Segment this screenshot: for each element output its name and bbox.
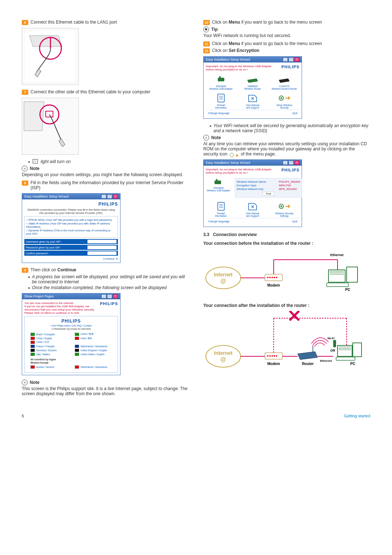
password-row: Password given by your ISP :	[24, 245, 118, 250]
svg-point-19	[281, 206, 282, 207]
support-page-embed: PHILIPS • Get Philips news • Use FAQ • C…	[24, 316, 118, 373]
svg-point-28	[274, 277, 275, 278]
wizard-titlebar: Easy Installation Setup Wizard _ □ ×	[204, 57, 302, 62]
country-link[interactable]: Germany / Deutsch	[30, 349, 68, 352]
minimize-button[interactable]: _	[283, 161, 288, 165]
menu-cell[interactable]: User Manual and Support	[237, 92, 268, 110]
wizard-menu: Easy Installation Setup Wizard _ □ × Imp…	[203, 56, 302, 119]
philips-logo: PHILIPS	[100, 301, 118, 306]
svg-rect-40	[327, 283, 348, 287]
confirm-password-row: Confirm password :	[24, 251, 118, 256]
change-language-link[interactable]: Change language	[208, 112, 229, 115]
menu-cell[interactable]: Wireless Security Settings	[269, 200, 299, 218]
wizard-menu-grid-bottom: Firewall InformationUser Manual and Supp…	[206, 200, 299, 218]
step9-bullet-1: A progress bar screen will be displayed,…	[28, 274, 189, 284]
country-link[interactable]: Netherlands / Nederlands	[75, 365, 112, 369]
svg-rect-12	[215, 181, 221, 184]
menu-cell[interactable]: CGA5722 Wireless Modem Router	[269, 73, 299, 91]
remember-checkbox[interactable]: ☑ Remember my choice for next time	[27, 328, 115, 331]
country-link[interactable]: China / English	[30, 337, 68, 340]
option-pppoe[interactable]: ○ PPPoE ADSL (Your ISP has provided you …	[26, 218, 116, 222]
menu-cell[interactable]: User Manual and Support	[237, 200, 268, 218]
svg-text:Wi-Fi: Wi-Fi	[327, 337, 334, 340]
menu-cell[interactable]: Firewall Information	[206, 200, 236, 218]
menu-cell[interactable]: Firewall Information	[206, 92, 236, 110]
password-input[interactable]	[87, 246, 117, 249]
svg-text:OR: OR	[330, 349, 335, 352]
country-link[interactable]: China / 中文	[30, 341, 68, 344]
country-link[interactable]: Italy / Italiano	[30, 353, 68, 356]
quit-link[interactable]: Quit	[292, 220, 297, 223]
svg-text:Ethernet: Ethernet	[320, 359, 332, 362]
country-link[interactable]: China / 简体	[75, 333, 112, 336]
note-icon	[22, 380, 28, 385]
maximize-button[interactable]: □	[107, 194, 112, 199]
tip-label: Tip	[211, 27, 218, 32]
option-static-ip[interactable]: ○ Static IP Address (Your ISP has provid…	[26, 222, 116, 228]
close-button[interactable]: ×	[294, 57, 299, 62]
minimize-button[interactable]: _	[101, 294, 106, 299]
note-icon	[203, 135, 209, 141]
philips-logo: PHILIPS	[27, 319, 115, 324]
support-tabs[interactable]: • Get Philips news • Use FAQ • Contact	[27, 324, 115, 327]
svg-text:Router: Router	[302, 362, 314, 366]
country-grid: Brazil / PortuguêsChina / 简体China / Engl…	[27, 331, 115, 357]
svg-point-26	[269, 277, 271, 278]
svg-rect-70	[353, 343, 362, 357]
username-row: Username given by your ISP :	[24, 239, 118, 244]
support-warning: You are now connected to the Internet. I…	[24, 301, 98, 315]
right-column: 10 Click on Menu if you want to go back …	[203, 18, 370, 399]
quit-link[interactable]: Quit	[292, 112, 297, 115]
bullet-dot	[210, 125, 211, 127]
country-link[interactable]: Austria / Deutsch	[30, 365, 68, 369]
menu-cell[interactable]: SNU5600 Wireless USB Adapter	[206, 73, 236, 91]
note-label: Note	[30, 166, 40, 171]
print-button[interactable]: Print	[262, 192, 274, 196]
svg-text:PC: PC	[345, 288, 350, 292]
country-link[interactable]: Brazil / Português	[30, 333, 68, 336]
footer-section-name: Getting started	[344, 414, 370, 418]
country-link[interactable]: India / हिन्दी	[75, 337, 112, 340]
cell-label[interactable]: SNU5600 Wireless USB Adapter	[206, 187, 231, 192]
menu-cell[interactable]: Setup Wireless Security	[269, 92, 299, 110]
country-link[interactable]: United Kingdom / English	[75, 349, 112, 352]
option-dynamic-ip[interactable]: ○ Dynamic IP Address (This is the most c…	[26, 229, 116, 235]
svg-rect-6	[218, 94, 224, 102]
step-10: 10 Click on Menu if you want to go back …	[203, 20, 370, 25]
svg-rect-64	[333, 340, 336, 347]
wizard-warning: Important, do not plug-in the Wireless U…	[206, 65, 279, 71]
confirm-password-input[interactable]	[87, 251, 117, 255]
close-button[interactable]: ×	[113, 294, 118, 299]
country-link[interactable]: France / Français	[30, 345, 68, 348]
wizard-titlebar: Easy Installation Setup Wizard _ □ ×	[22, 194, 120, 199]
username-input[interactable]	[87, 240, 117, 243]
close-button[interactable]: ×	[294, 161, 299, 165]
change-language-link[interactable]: Change language	[208, 220, 229, 223]
bullet-dot	[28, 287, 30, 289]
page-number: 6	[22, 414, 24, 418]
svg-rect-4	[218, 78, 224, 81]
minimize-button[interactable]: _	[283, 57, 288, 62]
wizard-support-page: Show Project Pages _ □ × You are now con…	[22, 293, 121, 375]
country-link[interactable]	[75, 341, 112, 344]
step-text: Click on Set Encryption	[212, 48, 370, 53]
maximize-button[interactable]: □	[289, 161, 294, 165]
country-link[interactable]: Netherlands / Nederlands	[75, 345, 112, 348]
close-button[interactable]: ×	[113, 194, 118, 199]
note-label: Note	[30, 380, 40, 385]
country-link[interactable]: United States / English	[75, 353, 112, 356]
svg-point-54	[271, 355, 273, 357]
svg-rect-3	[46, 111, 53, 117]
svg-rect-39	[347, 267, 358, 282]
continue-link[interactable]: Continue ➜	[24, 257, 118, 260]
region-heading: Western Europe	[27, 361, 115, 364]
maximize-button[interactable]: □	[107, 294, 112, 299]
step-12: 12 Click on Set Encryption	[203, 48, 370, 53]
svg-rect-13	[216, 179, 217, 181]
illustration-lan-port	[22, 28, 79, 85]
maximize-button[interactable]: □	[289, 57, 294, 62]
menu-cell[interactable]: SNB5600 Wireless Router	[237, 73, 268, 91]
left-column: 6 Connect this Ethernet cable to the LAN…	[22, 18, 189, 399]
minimize-button[interactable]: _	[101, 194, 106, 199]
wizard-title-text: Easy Installation Setup Wizard	[24, 195, 69, 198]
